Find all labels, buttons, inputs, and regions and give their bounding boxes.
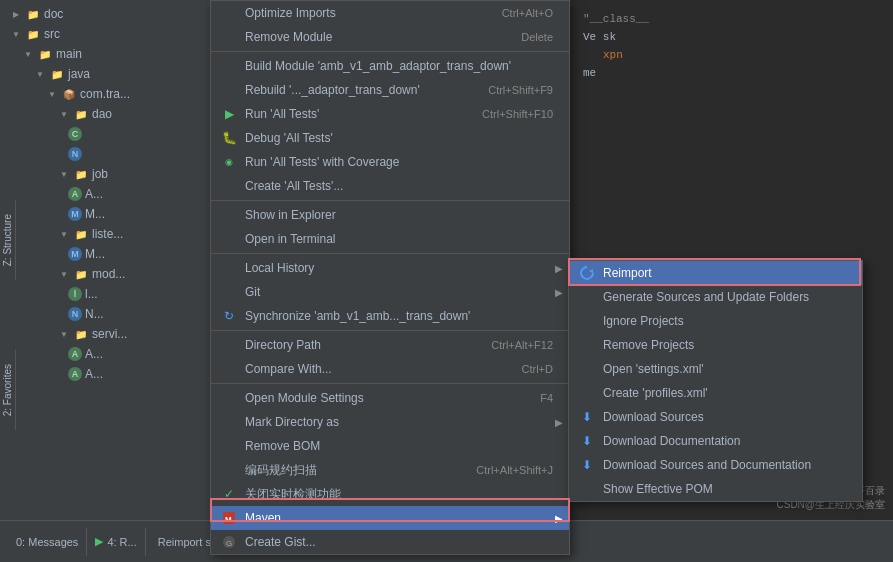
tree-label-mod-n: N... [85,307,104,321]
shortcut-compare: Ctrl+D [522,363,553,375]
tree-item-java[interactable]: ▼ 📁 java [0,64,215,84]
folder-icon-java: 📁 [49,66,65,82]
menu-label-remove-bom: Remove BOM [245,439,553,453]
code-line-4: me [575,64,893,82]
settings-xml-icon [577,359,597,379]
submenu-item-create-profiles-xml[interactable]: Create 'profiles.xml' [569,381,862,405]
menu-label-create-tests: Create 'All Tests'... [245,179,553,193]
tree-item-servi-a1[interactable]: A A... [0,344,215,364]
folder-icon-servi: 📁 [73,326,89,342]
tree-item-liste[interactable]: ▼ 📁 liste... [0,224,215,244]
menu-item-open-terminal[interactable]: Open in Terminal [211,227,569,251]
menu-label-run-coverage: Run 'All Tests' with Coverage [245,155,553,169]
menu-label-open-module: Open Module Settings [245,391,520,405]
tree-label-liste: liste... [92,227,123,241]
expand-icon-src: ▼ [8,26,24,42]
menu-item-build-module[interactable]: Build Module 'amb_v1_amb_adaptor_trans_d… [211,54,569,78]
submenu-item-download-docs[interactable]: ⬇ Download Documentation [569,429,862,453]
tree-item-dao-n[interactable]: N [0,144,215,164]
maven-icon: M [219,508,239,528]
menu-label-create-gist: Create Gist... [245,535,553,549]
submenu-item-ignore-projects[interactable]: Ignore Projects [569,309,862,333]
expand-icon-job: ▼ [56,166,72,182]
menu-label-synchronize: Synchronize 'amb_v1_amb..._trans_down' [245,309,553,323]
menu-item-run-tests[interactable]: ▶ Run 'All Tests' Ctrl+Shift+F10 [211,102,569,126]
tree-item-dao[interactable]: ▼ 📁 dao [0,104,215,124]
tab-run[interactable]: ▶ 4: R... [87,528,145,556]
menu-item-run-coverage[interactable]: ◉ Run 'All Tests' with Coverage [211,150,569,174]
menu-item-create-tests[interactable]: Create 'All Tests'... [211,174,569,198]
tree-item-dao-c[interactable]: C [0,124,215,144]
submenu-item-reimport[interactable]: Reimport [569,261,862,285]
svg-marker-4 [589,269,593,273]
submenu-label-create-profiles-xml: Create 'profiles.xml' [603,386,846,400]
tree-item-mod[interactable]: ▼ 📁 mod... [0,264,215,284]
menu-item-remove-module[interactable]: Remove Module Delete [211,25,569,49]
submenu-label-generate-sources: Generate Sources and Update Folders [603,290,846,304]
menu-item-open-module[interactable]: Open Module Settings F4 [211,386,569,410]
submenu-item-download-sources[interactable]: ⬇ Download Sources [569,405,862,429]
submenu-label-ignore-projects: Ignore Projects [603,314,846,328]
menu-label-git: Git [245,285,553,299]
menu-item-create-gist[interactable]: G Create Gist... [211,530,569,554]
tree-item-servi-a2[interactable]: A A... [0,364,215,384]
tree-item-job-a[interactable]: A A... [0,184,215,204]
shortcut-directory: Ctrl+Alt+F12 [491,339,553,351]
svg-text:M: M [225,515,232,524]
tree-label-mod: mod... [92,267,125,281]
favorites-tab[interactable]: 2: Favorites [0,350,16,430]
expand-icon-dao: ▼ [56,106,72,122]
directory-icon [219,335,239,355]
compare-icon [219,359,239,379]
menu-item-local-history[interactable]: Local History ▶ [211,256,569,280]
menu-item-debug-tests[interactable]: 🐛 Debug 'All Tests' [211,126,569,150]
download-docs-icon: ⬇ [577,431,597,451]
submenu-label-download-sources: Download Sources [603,410,846,424]
z-structure-tab[interactable]: Z: Structure [0,200,16,280]
tree-item-doc[interactable]: ▶ 📁 doc [0,4,215,24]
submenu-item-show-effective-pom[interactable]: Show Effective POM [569,477,862,501]
maven-submenu[interactable]: Reimport Generate Sources and Update Fol… [568,260,863,502]
menu-label-close-realtime: 关闭实时检测功能 [245,486,553,503]
tree-item-job[interactable]: ▼ 📁 job [0,164,215,184]
context-menu[interactable]: Optimize Imports Ctrl+Alt+O Remove Modul… [210,0,570,555]
expand-icon: ▶ [8,6,24,22]
badge-green-a: A [68,187,82,201]
menu-label-compare-with: Compare With... [245,362,502,376]
menu-item-optimize-imports[interactable]: Optimize Imports Ctrl+Alt+O [211,1,569,25]
expand-icon-servi: ▼ [56,326,72,342]
submenu-item-remove-projects[interactable]: Remove Projects [569,333,862,357]
menu-item-show-explorer[interactable]: Show in Explorer [211,203,569,227]
download-both-icon: ⬇ [577,455,597,475]
menu-item-compare-with[interactable]: Compare With... Ctrl+D [211,357,569,381]
arrow-git: ▶ [555,287,563,298]
menu-item-rebuild[interactable]: Rebuild '..._adaptor_trans_down' Ctrl+Sh… [211,78,569,102]
tab-run-label: 4: R... [107,536,136,548]
tree-item-mod-n[interactable]: N N... [0,304,215,324]
menu-label-local-history: Local History [245,261,553,275]
tree-item-com-tra[interactable]: ▼ 📦 com.tra... [0,84,215,104]
tree-item-liste-m[interactable]: M M... [0,244,215,264]
tab-messages[interactable]: 0: Messages [8,528,87,556]
menu-item-mark-directory[interactable]: Mark Directory as ▶ [211,410,569,434]
submenu-item-generate-sources[interactable]: Generate Sources and Update Folders [569,285,862,309]
tree-item-servi[interactable]: ▼ 📁 servi... [0,324,215,344]
menu-label-encode-scan: 编码规约扫描 [245,462,456,479]
sep-5 [211,383,569,384]
menu-item-close-realtime[interactable]: ✓ 关闭实时检测功能 [211,482,569,506]
remove-projects-icon [577,335,597,355]
submenu-item-download-sources-docs[interactable]: ⬇ Download Sources and Documentation [569,453,862,477]
shortcut-encode: Ctrl+Alt+Shift+J [476,464,553,476]
tree-item-src[interactable]: ▼ 📁 src [0,24,215,44]
tree-item-mod-l[interactable]: l l... [0,284,215,304]
menu-item-synchronize[interactable]: ↻ Synchronize 'amb_v1_amb..._trans_down' [211,304,569,328]
tree-item-main[interactable]: ▼ 📁 main [0,44,215,64]
menu-item-directory-path[interactable]: Directory Path Ctrl+Alt+F12 [211,333,569,357]
tree-item-job-m[interactable]: M M... [0,204,215,224]
menu-label-show-explorer: Show in Explorer [245,208,553,222]
submenu-item-open-settings-xml[interactable]: Open 'settings.xml' [569,357,862,381]
menu-item-git[interactable]: Git ▶ [211,280,569,304]
menu-item-encode-scan[interactable]: 编码规约扫描 Ctrl+Alt+Shift+J [211,458,569,482]
menu-item-remove-bom[interactable]: Remove BOM [211,434,569,458]
menu-item-maven[interactable]: M Maven ▶ [211,506,569,530]
